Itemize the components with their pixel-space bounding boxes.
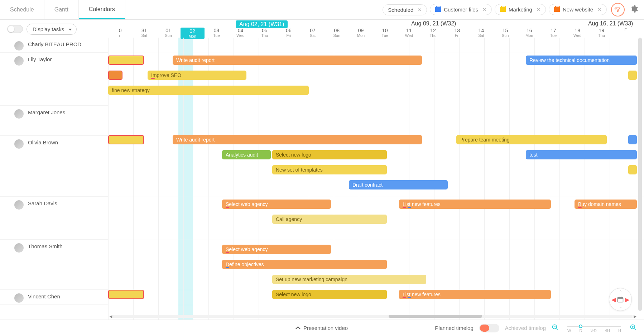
tab-gantt[interactable]: Gantt (44, 0, 79, 19)
vertical-scrollbar[interactable] (638, 38, 642, 311)
person-row[interactable]: Thomas Smith (0, 240, 108, 290)
filter-chip-customer-files[interactable]: Customer files✕ (430, 4, 492, 15)
nav-prev[interactable]: ◀ (611, 296, 616, 303)
close-icon[interactable]: ✕ (597, 7, 601, 12)
tag-dot (403, 207, 406, 208)
settings-button[interactable] (630, 5, 638, 15)
zoom-handle[interactable] (579, 325, 582, 328)
task-bar[interactable]: Write audit report (173, 135, 422, 144)
grid-line (585, 38, 585, 320)
tab-schedule[interactable]: Schedule (0, 0, 44, 19)
task-bar[interactable] (108, 56, 144, 65)
grid-line (484, 38, 485, 320)
nav-next[interactable]: ▶ (625, 296, 629, 303)
timelog-toggle[interactable] (479, 324, 499, 332)
task-bar[interactable]: Improve SEO (148, 71, 246, 80)
day-name: Sun (493, 33, 517, 38)
scroll-track[interactable] (113, 315, 633, 318)
day-number: 15 (493, 28, 517, 33)
task-bar[interactable] (628, 135, 637, 144)
calendar-icon (617, 296, 624, 303)
briefcase-icon (500, 7, 506, 12)
task-bar[interactable] (108, 135, 144, 144)
scroll-thumb[interactable] (389, 315, 482, 318)
nav-down[interactable]: ⌄ (619, 304, 622, 309)
day-name: Tue (205, 33, 229, 38)
filter-chip-scheduled[interactable]: Scheduled✕ (383, 4, 427, 15)
grid-line (534, 38, 535, 320)
person-row[interactable]: Lily Taylor (0, 53, 108, 106)
day-number: 13 (445, 28, 469, 33)
task-bar[interactable]: New set of templates (272, 165, 387, 174)
tag-dot (408, 297, 411, 298)
person-row[interactable]: Vincent Chen (0, 290, 108, 305)
close-icon[interactable]: ✕ (418, 7, 422, 13)
task-bar[interactable]: Select new logo (272, 290, 387, 299)
scroll-right-button[interactable]: ▶ (633, 314, 638, 319)
person-row[interactable]: Olivia Brown (0, 136, 108, 197)
task-bar[interactable]: Write audit report (173, 56, 422, 65)
zoom-in-icon (630, 324, 637, 331)
task-bar[interactable]: test (526, 150, 637, 159)
task-bar[interactable]: Define objectives (222, 260, 387, 269)
day-number: 31 (132, 28, 156, 33)
task-bar[interactable]: Select web agency (222, 245, 331, 254)
task-bar[interactable]: Call agency (272, 215, 387, 224)
day-name: Wed (397, 33, 421, 38)
task-bar[interactable]: fine new strategy (108, 86, 309, 95)
day-number: 10 (373, 28, 397, 33)
task-bar[interactable] (108, 290, 144, 299)
close-icon[interactable]: ✕ (537, 7, 540, 12)
day-number: 06 (277, 28, 301, 33)
filter-chip-new-website[interactable]: New website✕ (549, 4, 607, 15)
people-sidebar: Charly BITEAU PRODLily TaylorMargaret Jo… (0, 38, 108, 320)
scroll-left-button[interactable]: ◀ (108, 314, 113, 319)
person-row[interactable]: Margaret Jones (0, 106, 108, 136)
person-name: Sarah Davis (28, 200, 57, 206)
task-bar[interactable] (628, 71, 637, 80)
tab-calendars[interactable]: Calendars (79, 0, 125, 19)
achieved-timelog-label: Achieved timelog (505, 325, 546, 331)
plus-icon: + (614, 6, 616, 11)
zoom-slider[interactable]: WD½D4HH (567, 326, 621, 330)
task-bar[interactable]: List new features (399, 200, 551, 209)
filter-button[interactable]: + (611, 3, 625, 16)
nav-up[interactable]: ⌃ (619, 290, 622, 294)
avatar (14, 243, 24, 253)
time-toggle[interactable]: ◷ (7, 25, 23, 33)
task-bar[interactable]: Analytics audit (222, 150, 271, 159)
zoom-in-button[interactable] (630, 324, 637, 332)
day-name: ri (108, 33, 132, 38)
day-number: 09 (349, 28, 373, 33)
close-icon[interactable]: ✕ (482, 7, 486, 12)
task-bar[interactable]: Prepare team meeting (456, 135, 607, 144)
task-bar[interactable]: Select web agency (222, 200, 331, 209)
person-name: Lily Taylor (28, 56, 52, 62)
task-bar[interactable] (628, 165, 637, 174)
grid-line (459, 38, 460, 320)
chip-label: Customer files (444, 6, 478, 13)
display-select-label: Display tasks (33, 26, 64, 32)
task-bar[interactable]: List new features (399, 290, 551, 299)
presentation-video-button[interactable]: Presentation video (296, 325, 348, 331)
schedule-grid[interactable]: Write audit reportReview the technical d… (108, 38, 644, 320)
chip-label: New website (563, 6, 593, 13)
task-bar[interactable] (108, 71, 122, 80)
person-row[interactable]: Charly BITEAU PROD (0, 38, 108, 53)
day-name: Wed (566, 33, 590, 38)
task-bar[interactable]: Buy domain names (575, 200, 637, 209)
horizontal-scrollbar[interactable]: ◀ ▶ (108, 314, 638, 319)
filter-chip-marketing[interactable]: Marketing✕ (495, 4, 546, 15)
avatar (14, 200, 24, 210)
task-bar[interactable]: Review the technical documentation (526, 56, 637, 65)
task-bar[interactable]: Draft contract (349, 180, 448, 189)
chevron-up-icon (295, 326, 301, 331)
tag-dot (151, 78, 155, 79)
display-select[interactable]: Display tasks (27, 24, 77, 35)
avatar (14, 109, 24, 119)
task-bar[interactable]: Set up new marketing campaign (272, 275, 426, 284)
person-row[interactable]: Sarah Davis (0, 197, 108, 240)
grid-line (108, 38, 109, 320)
zoom-out-button[interactable] (552, 324, 559, 332)
task-bar[interactable]: Select new logo (272, 150, 387, 159)
